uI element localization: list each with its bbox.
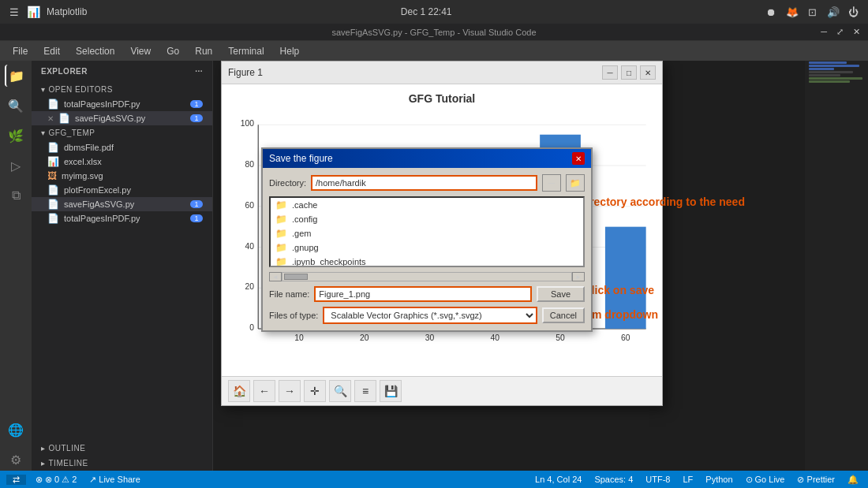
gfg-temp-section[interactable]: ▾ GFG_TEMP bbox=[32, 125, 212, 140]
filetype-select[interactable]: Scalable Vector Graphics (*.svg,*.svgz) bbox=[323, 307, 537, 324]
go-live-btn[interactable]: ⊙ Go Live bbox=[743, 475, 788, 485]
debug-icon[interactable]: ▷ bbox=[5, 155, 27, 177]
status-bar: ⇄ ⊗ ⊗ 0 ⚠ 2 ↗ Live Share Ln 4, Col 24 Sp… bbox=[0, 471, 868, 488]
home-tool-btn[interactable]: 🏠 bbox=[228, 380, 250, 402]
outline-label: OUTLINE bbox=[49, 444, 86, 453]
dir-browse-btn[interactable]: 📁 bbox=[566, 174, 585, 192]
open-editor-item-savefig[interactable]: ✕ 📄 saveFigAsSVG.py 1 bbox=[32, 111, 212, 125]
search-icon[interactable]: 🔍 bbox=[5, 95, 27, 117]
figure-minimize-btn[interactable]: ─ bbox=[602, 65, 618, 80]
filename-input[interactable] bbox=[314, 286, 532, 302]
save-dialog-close-btn[interactable]: ✕ bbox=[572, 152, 585, 165]
menu-selection[interactable]: Selection bbox=[69, 44, 121, 58]
menu-go[interactable]: Go bbox=[160, 44, 185, 58]
sidebar-more-icon[interactable]: ··· bbox=[195, 67, 203, 76]
volume-icon[interactable]: 🔊 bbox=[827, 6, 840, 18]
badge: 1 bbox=[190, 200, 203, 208]
sidebar-file-excel[interactable]: 📊 excel.xlsx bbox=[32, 155, 212, 169]
menu-terminal[interactable]: Terminal bbox=[222, 44, 270, 58]
save-button[interactable]: Save bbox=[537, 286, 585, 302]
file-list-item[interactable]: 📁 .config bbox=[271, 212, 583, 226]
close-btn[interactable]: ✕ bbox=[853, 27, 860, 37]
save-tool-btn[interactable]: 💾 bbox=[380, 380, 402, 402]
save-dialog-titlebar: Save the figure ✕ bbox=[263, 149, 591, 168]
remote-icon[interactable]: 🌐 bbox=[5, 419, 27, 441]
extensions-icon[interactable]: ⧉ bbox=[5, 184, 27, 207]
live-share-btn[interactable]: ↗ Live Share bbox=[86, 475, 144, 485]
prettier-btn[interactable]: ⊘ Prettier bbox=[794, 475, 838, 485]
menu-view[interactable]: View bbox=[124, 44, 157, 58]
record-icon[interactable]: ⏺ bbox=[765, 6, 778, 18]
sidebar-file-plotfromexcel[interactable]: 📄 plotFromExcel.py bbox=[32, 183, 212, 197]
timeline-section[interactable]: ▸ TIMELINE bbox=[32, 456, 212, 471]
figure-toolbar: 🏠 ← → ✛ 🔍 ≡ 💾 bbox=[222, 376, 662, 405]
directory-input[interactable] bbox=[311, 175, 537, 191]
file-list-item[interactable]: 📁 .ipynb_checkpoints bbox=[271, 255, 583, 267]
position-indicator[interactable]: Ln 4, Col 24 bbox=[532, 475, 585, 484]
close-icon[interactable]: ✕ bbox=[47, 114, 54, 123]
directory-label: Directory: bbox=[269, 178, 306, 188]
sidebar-file-dbms[interactable]: 📄 dbmsFile.pdf bbox=[32, 140, 212, 155]
sidebar: Explorer ··· ▾ OPEN EDITORS 📄 totalPages… bbox=[32, 61, 213, 471]
py-icon: 📄 bbox=[47, 184, 59, 196]
dir-up-btn[interactable]: ─ bbox=[542, 174, 561, 192]
scroll-right-btn[interactable]: ► bbox=[572, 272, 585, 281]
menu-file[interactable]: File bbox=[6, 44, 34, 58]
svg-text:30: 30 bbox=[425, 334, 435, 343]
figure-close-btn[interactable]: ✕ bbox=[640, 65, 656, 80]
figure-maximize-btn[interactable]: □ bbox=[621, 65, 637, 80]
bell-icon: 🔔 bbox=[847, 475, 859, 485]
firefox-icon[interactable]: 🦊 bbox=[786, 6, 799, 18]
maximize-btn[interactable]: ⤢ bbox=[836, 27, 844, 37]
scrollbar[interactable]: ◄ ► bbox=[269, 272, 585, 281]
menu-run[interactable]: Run bbox=[189, 44, 219, 58]
forward-tool-btn[interactable]: → bbox=[279, 380, 301, 402]
encoding-indicator[interactable]: UTF-8 bbox=[642, 475, 673, 484]
pan-tool-btn[interactable]: ✛ bbox=[304, 380, 326, 402]
scroll-left-btn[interactable]: ◄ bbox=[269, 272, 282, 281]
file-list-item[interactable]: 📁 .cache bbox=[271, 198, 583, 212]
chart-title: GFG Tutorial bbox=[230, 92, 654, 105]
source-control-icon[interactable]: 🌿 bbox=[5, 125, 27, 147]
warning-count: 2 bbox=[72, 475, 77, 484]
menu-edit[interactable]: Edit bbox=[37, 44, 66, 58]
menu-help[interactable]: Help bbox=[274, 44, 306, 58]
badge: 1 bbox=[190, 114, 203, 122]
open-editors-section[interactable]: ▾ OPEN EDITORS bbox=[32, 82, 212, 97]
sidebar-file-myimg[interactable]: 🖼 myimg.svg bbox=[32, 169, 212, 183]
cancel-button[interactable]: Cancel bbox=[542, 307, 585, 323]
window-split-icon[interactable]: ⊡ bbox=[806, 6, 819, 18]
language-indicator[interactable]: Python bbox=[702, 475, 735, 484]
outline-section[interactable]: ▸ OUTLINE bbox=[32, 441, 212, 456]
config-tool-btn[interactable]: ≡ bbox=[354, 380, 376, 402]
title-bar-datetime: Dec 1 22:41 bbox=[401, 6, 452, 17]
py-file-icon: 📄 bbox=[58, 113, 70, 124]
svg-text:50: 50 bbox=[556, 334, 565, 343]
back-tool-btn[interactable]: ← bbox=[253, 380, 275, 402]
chevron-right-icon: ▸ bbox=[41, 444, 46, 453]
settings-icon[interactable]: ⚙ bbox=[5, 449, 27, 471]
notifications-btn[interactable]: 🔔 bbox=[844, 475, 862, 485]
svg-text:20: 20 bbox=[245, 282, 255, 291]
zoom-tool-btn[interactable]: 🔍 bbox=[329, 380, 351, 402]
remote-indicator[interactable]: ⇄ bbox=[6, 475, 26, 485]
line-ending-indicator[interactable]: LF bbox=[679, 475, 696, 484]
file-list-item[interactable]: 📁 .gem bbox=[271, 226, 583, 240]
power-icon[interactable]: ⏻ bbox=[847, 6, 860, 18]
app-menu-icon[interactable]: ☰ bbox=[8, 6, 21, 18]
file-list-item[interactable]: 📁 .gnupg bbox=[271, 240, 583, 255]
scroll-track[interactable] bbox=[282, 272, 572, 281]
open-editor-item-totalpages[interactable]: 📄 totalPagesInPDF.py 1 bbox=[32, 97, 212, 111]
file-name: myimg.svg bbox=[62, 171, 103, 181]
spaces-indicator[interactable]: Spaces: 4 bbox=[591, 475, 636, 484]
minimize-btn[interactable]: ─ bbox=[821, 27, 827, 37]
py-icon: 📄 bbox=[47, 213, 59, 224]
folder-icon: 📁 bbox=[275, 214, 287, 225]
figure-title: Figure 1 bbox=[228, 67, 263, 78]
py-file-icon: 📄 bbox=[47, 99, 59, 110]
sidebar-file-savefig[interactable]: 📄 saveFigAsSVG.py 1 bbox=[32, 197, 212, 211]
explorer-icon[interactable]: 📁 bbox=[5, 65, 27, 87]
warning-icon: ⚠ bbox=[62, 475, 69, 485]
errors-indicator[interactable]: ⊗ ⊗ 0 ⚠ 2 bbox=[32, 475, 80, 485]
sidebar-file-totalpages[interactable]: 📄 totalPagesInPDF.py 1 bbox=[32, 211, 212, 225]
